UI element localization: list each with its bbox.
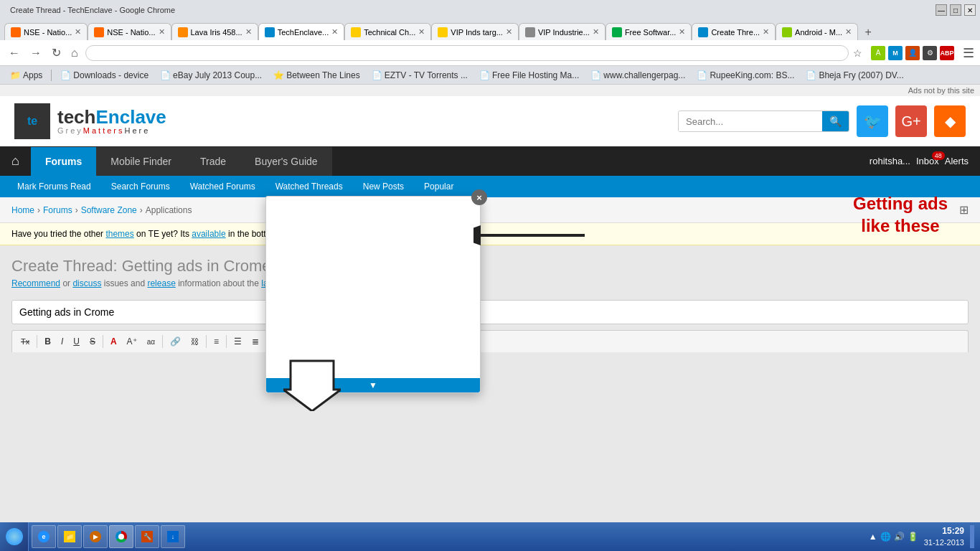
tab-close-9[interactable]: ✕ bbox=[763, 27, 769, 37]
chrome-menu-icon[interactable]: ☰ bbox=[963, 45, 974, 61]
user-ext-icon[interactable]: 👤 bbox=[905, 46, 920, 60]
bookmark-downloads-icon: 📄 bbox=[60, 70, 71, 80]
tab-favicon-3 bbox=[178, 27, 188, 37]
bookmark-star-icon[interactable]: ☆ bbox=[853, 47, 862, 59]
annotation-line1: Getting ads bbox=[853, 192, 948, 215]
tab-close-6[interactable]: ✕ bbox=[506, 27, 512, 37]
bookmarks-bar: 📁 Apps 📄 Downloads - device 📄 eBay July … bbox=[0, 66, 980, 85]
title-bar: Create Thread - TechEnclave - Google Chr… bbox=[0, 0, 980, 20]
back-button[interactable]: ← bbox=[6, 45, 23, 61]
window-controls: — □ ✕ bbox=[936, 4, 976, 16]
tab-1[interactable]: NSE - Natio... ✕ bbox=[4, 23, 88, 40]
bookmark-rupeeking-icon: 📄 bbox=[697, 70, 707, 80]
popup-close-button[interactable]: × bbox=[471, 189, 487, 205]
settings-ext-icon[interactable]: ⚙ bbox=[923, 46, 937, 60]
new-tab-button[interactable]: + bbox=[858, 24, 878, 40]
bookmark-filehosting[interactable]: 📄 Free File Hosting Ma... bbox=[475, 69, 583, 82]
bookmark-apps[interactable]: 📁 Apps bbox=[6, 69, 47, 82]
tab-close-7[interactable]: ✕ bbox=[593, 27, 599, 37]
bookmark-downloads[interactable]: 📄 Downloads - device bbox=[56, 69, 153, 82]
maximize-button[interactable]: □ bbox=[950, 4, 961, 16]
tab-title-2: NSE - Natio... bbox=[107, 28, 155, 37]
tab-favicon-6 bbox=[438, 27, 448, 37]
annotation-text: Getting ads like these bbox=[853, 192, 948, 237]
forward-button[interactable]: → bbox=[27, 45, 44, 61]
media-icon: ▶ bbox=[90, 531, 101, 542]
window-title: Create Thread - TechEnclave - Google Chr… bbox=[4, 6, 936, 14]
tray-up-icon[interactable]: ▲ bbox=[869, 532, 877, 542]
tab-7[interactable]: VIP Industrie... ✕ bbox=[519, 23, 606, 40]
bookmark-separator-1 bbox=[51, 70, 52, 81]
tab-favicon-5 bbox=[351, 27, 361, 37]
tab-9[interactable]: Create Thre... ✕ bbox=[692, 23, 776, 40]
adblock-ext-icon[interactable]: ABP bbox=[940, 46, 954, 60]
bookmark-rupeeking[interactable]: 📄 RupeeKing.com: BS... bbox=[692, 69, 798, 82]
bookmark-bhejafry-icon: 📄 bbox=[806, 70, 816, 80]
tab-favicon-9 bbox=[698, 27, 708, 37]
tab-close-3[interactable]: ✕ bbox=[245, 27, 252, 37]
android-ext-icon[interactable]: A bbox=[871, 46, 885, 60]
tab-favicon-2 bbox=[94, 27, 104, 37]
taskbar-media[interactable]: ▶ bbox=[83, 525, 108, 548]
bookmark-challenger[interactable]: 📄 www.challengerpag... bbox=[586, 69, 689, 82]
taskbar-tools[interactable]: 🔧 bbox=[135, 525, 159, 548]
bookmark-challenger-icon: 📄 bbox=[590, 70, 601, 80]
bookmark-bhejafry[interactable]: 📄 Bheja Fry (2007) DV... bbox=[801, 69, 908, 82]
tab-favicon-4 bbox=[265, 27, 275, 37]
clock-display: 15:29 31-12-2013 bbox=[924, 525, 964, 548]
tab-close-8[interactable]: ✕ bbox=[679, 27, 685, 37]
tab-close-4[interactable]: ✕ bbox=[331, 27, 338, 37]
tab-title-8: Free Softwar... bbox=[625, 28, 677, 37]
close-button[interactable]: ✕ bbox=[964, 4, 976, 16]
taskbar-explorer[interactable]: 📁 bbox=[57, 525, 82, 548]
down-arrow-annotation bbox=[283, 354, 341, 413]
annotation-arrow-area bbox=[473, 217, 588, 253]
tab-title-5: Technical Ch... bbox=[364, 28, 415, 37]
gmail-ext-icon[interactable]: M bbox=[888, 46, 903, 60]
page-content: Ads not by this site te techEnclave Grey… bbox=[0, 85, 980, 522]
tab-10[interactable]: Android - M... ✕ bbox=[776, 23, 858, 40]
show-desktop-button[interactable] bbox=[970, 525, 974, 548]
tab-title-10: Android - M... bbox=[795, 28, 842, 37]
popup-overlay: × ▼ bbox=[0, 85, 980, 522]
start-button[interactable] bbox=[0, 522, 29, 551]
address-bar: ← → ↻ ⌂ www.techenclave.com/community/fo… bbox=[0, 40, 980, 66]
tab-8[interactable]: Free Softwar... ✕ bbox=[606, 23, 692, 40]
bookmark-filehosting-icon: 📄 bbox=[479, 70, 490, 80]
url-input[interactable]: www.techenclave.com/community/forums/app… bbox=[85, 45, 849, 61]
downloads-icon: ↓ bbox=[167, 531, 179, 542]
tab-title-7: VIP Industrie... bbox=[538, 28, 590, 37]
taskbar-ie[interactable]: e bbox=[32, 525, 56, 548]
bookmark-ebay-icon: 📄 bbox=[160, 70, 171, 80]
taskbar-chrome[interactable] bbox=[109, 525, 133, 548]
bookmark-eztv-icon: 📄 bbox=[372, 70, 382, 80]
tab-5[interactable]: Technical Ch... ✕ bbox=[344, 23, 431, 40]
explorer-icon: 📁 bbox=[64, 531, 75, 542]
tab-4-active[interactable]: TechEnclave... ✕ bbox=[258, 23, 345, 40]
ie-icon: e bbox=[38, 531, 50, 542]
tab-close-10[interactable]: ✕ bbox=[845, 27, 852, 37]
tab-3[interactable]: Lava Iris 458... ✕ bbox=[171, 23, 258, 40]
tab-favicon-8 bbox=[612, 27, 622, 37]
tabs-bar: NSE - Natio... ✕ NSE - Natio... ✕ Lava I… bbox=[0, 20, 980, 40]
tab-2[interactable]: NSE - Natio... ✕ bbox=[88, 23, 171, 40]
bookmark-betweenlines-icon: ⭐ bbox=[273, 70, 284, 80]
reload-button[interactable]: ↻ bbox=[49, 44, 64, 61]
bookmark-ebay[interactable]: 📄 eBay July 2013 Coup... bbox=[156, 69, 266, 82]
taskbar-downloads[interactable]: ↓ bbox=[161, 525, 185, 548]
clock-date: 31-12-2013 bbox=[924, 537, 964, 548]
tab-close-2[interactable]: ✕ bbox=[159, 27, 165, 37]
tray-battery-icon: 🔋 bbox=[908, 532, 918, 542]
tab-6[interactable]: VIP Inds targ... ✕ bbox=[431, 23, 519, 40]
windows-logo-icon bbox=[6, 528, 23, 545]
tab-close-1[interactable]: ✕ bbox=[75, 27, 81, 37]
tab-favicon-10 bbox=[782, 27, 792, 37]
home-nav-button[interactable]: ⌂ bbox=[68, 45, 81, 61]
down-arrow-svg bbox=[283, 354, 341, 411]
bookmark-betweenlines[interactable]: ⭐ Between The Lines bbox=[269, 69, 364, 82]
bookmark-eztv[interactable]: 📄 EZTV - TV Torrents ... bbox=[367, 69, 472, 82]
annotation-line2: like these bbox=[853, 215, 948, 237]
system-tray: ▲ 🌐 🔊 🔋 bbox=[869, 532, 918, 542]
minimize-button[interactable]: — bbox=[936, 4, 947, 16]
tab-close-5[interactable]: ✕ bbox=[418, 27, 425, 37]
